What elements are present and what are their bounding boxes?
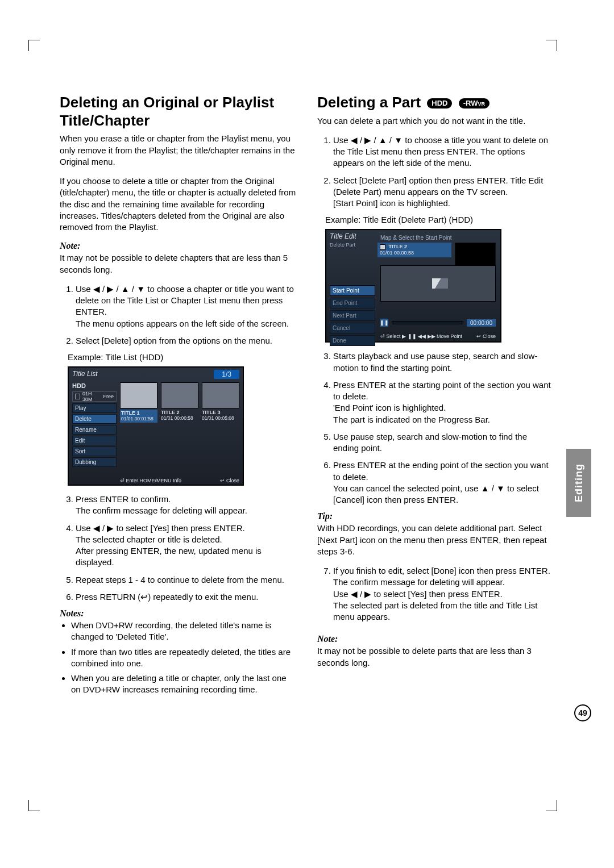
title-edit-screenshot: Title Edit Delete Part Map & Select the … xyxy=(325,229,501,343)
shot-menu-item: Delete xyxy=(72,414,117,424)
steps-list: If you finish to edit, select [Done] ico… xyxy=(317,565,554,623)
shot-footer-right: ↩ Close xyxy=(476,333,496,339)
step-item: If you finish to edit, select [Done] ico… xyxy=(333,565,554,623)
page-content: Deleting an Original or Playlist Title/C… xyxy=(60,94,554,699)
note-item: When DVD+RW recording, the deleted title… xyxy=(71,620,297,643)
paragraph: You can delete a part which you do not w… xyxy=(317,115,554,127)
shot-hint: Map & Select the Start Point xyxy=(380,235,452,241)
step-item: Use ◀ / ▶ / ▲ / ▼ to choose a chapter or… xyxy=(76,283,297,329)
step-item: Use ◀ / ▶ / ▲ / ▼ to choose a title you … xyxy=(333,135,554,169)
shot-footer-right: ↩ Close xyxy=(220,478,239,483)
steps-list: Starts playback and use pause step, sear… xyxy=(317,350,554,506)
badge-sub: VR xyxy=(478,101,485,107)
shot-preview xyxy=(380,265,496,302)
shot-pager: 1/3 xyxy=(214,370,239,379)
note-item: If more than two titles are repeatedly d… xyxy=(71,646,297,670)
paragraph: If you choose to delete a title or chapt… xyxy=(60,176,297,233)
shot-menu-item: Done xyxy=(330,335,375,346)
step-item: Use pause step, search and slow-motion t… xyxy=(333,431,554,454)
step-item: Press ENTER at the ending point of the s… xyxy=(333,460,554,506)
shot-menu-item: Play xyxy=(72,403,117,413)
crop-mark xyxy=(28,40,40,51)
right-column: Deleting a Part HDD -RWVR You can delete… xyxy=(317,94,554,699)
paragraph: When you erase a title or chapter from t… xyxy=(60,133,297,168)
shot-menu-item: Cancel xyxy=(330,323,375,333)
heading-delete-original: Deleting an Original or Playlist Title/C… xyxy=(60,94,297,130)
disc-icon xyxy=(75,394,80,399)
example-caption: Example: Title Edit (Delete Part) (HDD) xyxy=(325,215,554,224)
section-tab: Editing xyxy=(566,449,591,517)
title-list-screenshot: Title List 1/3 HDD 01H 30M Free Play Del… xyxy=(68,366,244,486)
steps-list: Use ◀ / ▶ / ▲ / ▼ to choose a chapter or… xyxy=(60,283,297,347)
time-display: 00:00:00 xyxy=(467,319,496,327)
page-number: 49 xyxy=(574,704,591,721)
step-item: Select [Delete] option from the options … xyxy=(76,335,297,347)
shot-menu-item: Start Point xyxy=(330,285,375,296)
card-sub: 01/01 00:00:58 xyxy=(380,250,414,256)
shot-thumb: TITLE 201/01 00:00:58 xyxy=(161,382,198,423)
note-body: It may not be possible to delete parts t… xyxy=(317,645,554,669)
shot-free-box: 01H 30M Free xyxy=(72,391,117,402)
thumb-sub: 01/01 00:01:58 xyxy=(121,416,154,422)
steps-list: Press ENTER to confirm. The confirm mess… xyxy=(60,494,297,603)
heading-text: Deleting a Part xyxy=(317,94,421,111)
shot-title-card: TITLE 2 01/01 00:00:58 xyxy=(377,243,451,257)
step-item: Press ENTER to confirm. The confirm mess… xyxy=(76,494,297,517)
crop-mark xyxy=(28,800,40,811)
shot-menu-item: Sort xyxy=(72,446,117,456)
shot-menu-item: Dubbing xyxy=(72,457,117,467)
note-heading: Note: xyxy=(60,241,297,251)
shot-menu: Play Delete Rename Edit Sort Dubbing xyxy=(72,403,117,467)
shot-header: Title List xyxy=(72,370,98,379)
pause-icon: ❚❚ xyxy=(380,319,388,327)
thumb-sub: 01/01 00:05:08 xyxy=(202,415,234,421)
note-body: It may not be possible to delete chapter… xyxy=(60,252,297,276)
badge-rwvr: -RWVR xyxy=(459,98,489,108)
card-title: TITLE 2 xyxy=(389,244,408,249)
step-item: Press ENTER at the starting point of the… xyxy=(333,379,554,425)
note-heading: Note: xyxy=(317,634,554,644)
thumb-title: TITLE 3 xyxy=(202,410,221,415)
badge-text: -RW xyxy=(463,99,478,107)
step-item: Repeat steps 1 - 4 to continue to delete… xyxy=(76,574,297,586)
step-item: Starts playback and use pause step, sear… xyxy=(333,350,554,374)
badge-hdd: HDD xyxy=(427,98,452,108)
step-item: Select [Delete Part] option then press E… xyxy=(333,175,554,210)
crop-mark xyxy=(546,40,557,51)
shot-menu-item: Next Part xyxy=(330,310,375,321)
shot-subheader: Delete Part xyxy=(330,242,355,248)
shot-header: Title Edit Delete Part xyxy=(330,232,356,248)
shot-hdd-label: HDD xyxy=(72,382,117,389)
shot-footer-left: ⏎ Enter HOME/MENU Info xyxy=(120,478,181,483)
shot-menu-item: Edit xyxy=(72,436,117,445)
shot-timebar: ❚❚ 00:00:00 xyxy=(380,319,496,327)
shot-thumb: TITLE 301/01 00:05:08 xyxy=(202,382,239,423)
crop-mark xyxy=(546,800,557,811)
shot-menu-item: Rename xyxy=(72,425,117,435)
shot-menu-item: End Point xyxy=(330,298,375,308)
step-item: Press RETURN (↩) repeatedly to exit the … xyxy=(76,591,297,603)
shot-side-menu: Start Point End Point Next Part Cancel D… xyxy=(330,283,375,346)
shot-footer-left: ⏎ Select ▶ ❚❚ ◀◀ ▶▶ Move Point xyxy=(380,333,462,339)
note-item: When you are deleting a title or chapter… xyxy=(71,673,297,696)
title-icon xyxy=(380,244,385,250)
example-caption: Example: Title List (HDD) xyxy=(68,352,297,362)
left-column: Deleting an Original or Playlist Title/C… xyxy=(60,94,297,699)
steps-list: Use ◀ / ▶ / ▲ / ▼ to choose a title you … xyxy=(317,135,554,210)
shot-thumb: TITLE 101/01 00:01:58 xyxy=(120,382,157,423)
thumb-title: TITLE 1 xyxy=(121,410,140,416)
shot-free-time: 01H 30M xyxy=(82,391,101,402)
thumb-title: TITLE 2 xyxy=(161,410,180,415)
progress-bar xyxy=(392,321,463,324)
heading-delete-part: Deleting a Part HDD -RWVR xyxy=(317,94,554,112)
tip-heading: Tip: xyxy=(317,511,554,521)
shot-free-text: Free xyxy=(103,394,114,399)
notes-heading: Notes: xyxy=(60,608,297,619)
tip-body: With HDD recordings, you can delete addi… xyxy=(317,523,554,557)
step-item: Use ◀ / ▶ to select [Yes] then press ENT… xyxy=(76,523,297,569)
notes-list: When DVD+RW recording, the deleted title… xyxy=(60,620,297,696)
thumb-sub: 01/01 00:00:58 xyxy=(161,415,193,421)
